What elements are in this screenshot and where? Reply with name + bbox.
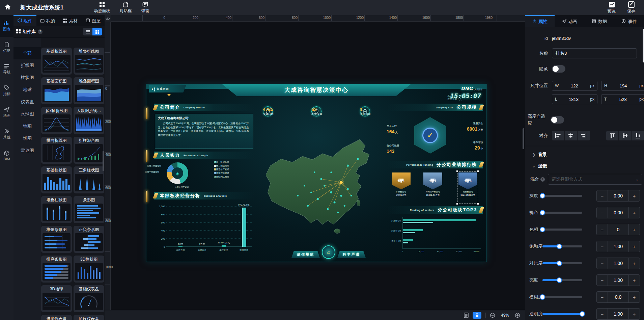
component-card[interactable]: 堆叠柱状图 (41, 196, 72, 223)
align-left-button[interactable] (552, 131, 564, 140)
blend-mode-select[interactable]: 请选择混合方式 ⌄ (548, 174, 642, 185)
align-bottom-button[interactable] (632, 131, 644, 140)
canvas-scrollbar[interactable] (523, 128, 524, 149)
category-line[interactable]: 折线图 (13, 59, 41, 72)
help-icon[interactable]: ? (38, 29, 43, 34)
component-card[interactable]: 大数据折线… (74, 107, 104, 134)
height-field[interactable]: H194px (601, 81, 644, 91)
plus-button[interactable]: + (629, 224, 640, 235)
sepia-slider[interactable] (542, 212, 582, 214)
dialog-button[interactable]: 对话框 (119, 2, 132, 14)
zoom-out-button[interactable] (490, 313, 495, 318)
selection-handle[interactable] (456, 170, 458, 172)
stepper-value[interactable]: 0.00 (608, 207, 629, 218)
plus-button[interactable]: + (629, 190, 640, 201)
component-card[interactable]: 三角柱状图 (74, 166, 104, 193)
left-field[interactable]: L1813px (552, 94, 597, 104)
design-stage[interactable]: 大成咨询智慧决策中心 ◗)大成咨询 DNC大成数智 2025-1-07 星期五农… (111, 22, 525, 310)
minus-button[interactable]: − (597, 258, 608, 269)
width-field[interactable]: W122px (552, 81, 597, 91)
opacity-slider[interactable] (542, 313, 582, 315)
minus-button[interactable]: − (597, 207, 608, 218)
plus-button[interactable]: + (629, 258, 640, 269)
section-background[interactable]: ❯ 背景 (525, 152, 644, 158)
save-button[interactable]: 保存 (627, 1, 635, 14)
tab-assets[interactable]: 素材 (59, 15, 82, 26)
tab-animation[interactable]: 动画 (555, 15, 584, 27)
toggle-ruler-button[interactable] (105, 15, 111, 22)
category-gauge[interactable]: 仪表盘 (13, 96, 41, 108)
component-card[interactable]: 3D柱状图 (74, 256, 104, 283)
rail-item-info[interactable]: 信息 (0, 37, 13, 58)
component-card[interactable]: 多x轴折线图 (41, 107, 72, 134)
minus-button[interactable]: − (597, 190, 608, 201)
category-pie[interactable]: 饼图 (13, 132, 41, 144)
plus-button[interactable]: + (629, 309, 640, 319)
tab-data[interactable]: 数据 (585, 15, 614, 27)
component-card[interactable]: 堆叠条形图 (41, 226, 72, 253)
component-card[interactable]: 横向折线图 (41, 137, 72, 164)
component-card[interactable]: 堆叠折线图 (74, 48, 104, 75)
stepper-value[interactable]: 0.0 (608, 292, 629, 302)
page-outline-button[interactable] (464, 313, 469, 318)
tab-properties[interactable]: 属性 (525, 15, 555, 27)
tab-components[interactable]: 组件 (13, 15, 36, 26)
align-middle-button[interactable] (619, 131, 631, 140)
category-liquid[interactable]: 水球图 (13, 108, 41, 120)
category-all[interactable]: 全部 (13, 47, 41, 59)
minus-button[interactable]: − (597, 309, 608, 319)
left-panel-scrollbar[interactable] (103, 151, 104, 171)
component-card[interactable]: 折柱混合图 (74, 137, 104, 164)
align-right-button[interactable] (578, 131, 590, 140)
component-card[interactable]: 进度仪表盘 (41, 315, 72, 320)
minus-button[interactable]: − (597, 275, 608, 286)
top-field[interactable]: T528px (601, 94, 644, 104)
home-button[interactable] (0, 0, 16, 15)
stepper-value[interactable]: 1.00 (608, 241, 629, 252)
rail-item-charts[interactable]: 图表 (0, 15, 13, 37)
stepper-value[interactable]: 1.00 (608, 275, 629, 286)
rail-item-animation[interactable]: 动画 (0, 102, 13, 123)
selection-handle[interactable] (477, 203, 479, 205)
stepper-value[interactable]: 1.00 (608, 309, 629, 319)
saturation-slider[interactable] (542, 245, 582, 247)
zoom-level[interactable]: 49% (499, 313, 511, 318)
plus-button[interactable]: + (629, 241, 640, 252)
auto-height-toggle[interactable] (551, 116, 564, 124)
component-card[interactable]: 基础折线图 (41, 48, 72, 75)
minus-button[interactable]: − (597, 224, 608, 235)
stepper-value[interactable]: 0.00 (608, 190, 629, 201)
rail-item-bim[interactable]: BIM (0, 145, 13, 166)
stepper-value[interactable]: 1.00 (608, 258, 629, 269)
popup-button[interactable]: 弹窗 (141, 2, 149, 14)
hue-slider[interactable] (542, 229, 582, 231)
brightness-slider[interactable] (542, 279, 582, 281)
category-map[interactable]: 地图 (13, 120, 41, 132)
component-card[interactable]: 基础柱状图 (41, 166, 72, 193)
zoom-in-button[interactable] (515, 313, 520, 318)
dashboard-screen[interactable]: 大成咨询智慧决策中心 ◗)大成咨询 DNC大成数智 2025-1-07 星期五农… (146, 84, 487, 262)
preview-button[interactable]: 预览 (608, 1, 616, 14)
plus-button[interactable]: + (629, 207, 640, 218)
blur-slider[interactable] (542, 296, 582, 298)
name-input[interactable]: 排名3 (552, 48, 637, 58)
grid-view-button[interactable] (92, 28, 102, 35)
lock-button[interactable] (473, 312, 481, 319)
list-view-button[interactable] (83, 28, 92, 35)
selection-box[interactable] (457, 171, 478, 204)
component-card[interactable]: 阶段仪表盘 (74, 315, 104, 320)
category-bar[interactable]: 柱状图 (13, 72, 41, 84)
selection-handle[interactable] (456, 203, 458, 205)
align-top-button[interactable] (606, 131, 619, 140)
rail-item-other[interactable]: 其他 (0, 123, 13, 145)
minus-button[interactable]: − (597, 292, 608, 302)
dynamic-panel-button[interactable]: 动态面板 (94, 2, 110, 14)
component-card[interactable]: 基础仪表盘 (74, 285, 104, 312)
component-card[interactable]: 排序条形图 (41, 256, 72, 283)
grayscale-slider[interactable] (542, 195, 582, 197)
component-card[interactable]: 条形图 (74, 196, 104, 223)
stepper-value[interactable]: 0 (608, 224, 629, 235)
section-filter[interactable]: ⌄ 滤镜 (525, 163, 644, 169)
plus-button[interactable]: + (629, 275, 640, 286)
tab-mine[interactable]: 我的 (36, 15, 59, 26)
